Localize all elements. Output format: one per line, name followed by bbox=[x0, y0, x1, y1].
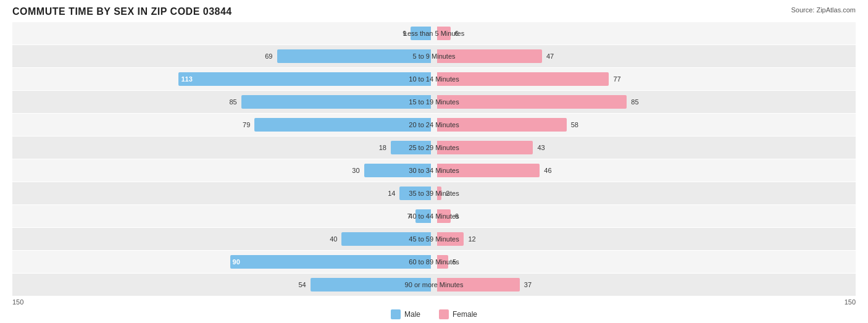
bar-row: 85 15 to 19 Minutes 85 bbox=[12, 91, 856, 113]
female-bar: 58 bbox=[437, 118, 567, 132]
right-section: 6 bbox=[434, 22, 856, 44]
right-section: 2 bbox=[434, 182, 856, 204]
bar-row: 54 90 or more Minutes 37 bbox=[12, 274, 856, 296]
bar-row: 69 5 to 9 Minutes 47 bbox=[12, 45, 856, 67]
male-value: 7 bbox=[407, 212, 411, 220]
male-value: 69 bbox=[265, 52, 272, 60]
axis-right: 150 bbox=[845, 298, 856, 306]
right-section: 6 bbox=[434, 205, 856, 227]
right-section: 47 bbox=[434, 45, 856, 67]
right-section: 43 bbox=[434, 136, 856, 159]
legend-male: Male bbox=[391, 309, 420, 319]
title-row: COMMUTE TIME BY SEX IN ZIP CODE 03844 So… bbox=[12, 6, 856, 17]
female-value: 85 bbox=[631, 98, 638, 106]
right-section: 85 bbox=[434, 91, 856, 113]
female-bar: 43 bbox=[437, 141, 533, 154]
bar-row: 9 Less than 5 Minutes 6 bbox=[12, 22, 856, 44]
right-section: 37 bbox=[434, 274, 856, 296]
male-bar: 30 bbox=[364, 164, 431, 177]
female-bar: 47 bbox=[437, 49, 542, 63]
male-value: 54 bbox=[299, 281, 306, 288]
female-bar: 85 bbox=[437, 95, 627, 109]
male-bar: 85 bbox=[241, 95, 431, 109]
chart-container: COMMUTE TIME BY SEX IN ZIP CODE 03844 So… bbox=[0, 0, 868, 323]
left-section: 40 bbox=[12, 228, 434, 250]
bar-row: 7 40 to 44 Minutes 6 bbox=[12, 205, 856, 227]
bar-row: 30 30 to 34 Minutes 46 bbox=[12, 159, 856, 182]
female-value: 5 bbox=[453, 258, 456, 266]
male-value: 14 bbox=[388, 190, 395, 197]
left-section: 69 bbox=[12, 45, 434, 67]
male-bar: 54 bbox=[311, 278, 431, 292]
axis-left: 150 bbox=[12, 298, 23, 306]
left-section: 9 bbox=[12, 22, 434, 44]
female-value: 12 bbox=[468, 235, 475, 243]
male-value: 9 bbox=[403, 30, 406, 37]
male-swatch bbox=[391, 309, 401, 319]
female-value: 58 bbox=[571, 121, 578, 128]
male-bar: 90 bbox=[230, 255, 431, 269]
chart-title: COMMUTE TIME BY SEX IN ZIP CODE 03844 bbox=[12, 6, 232, 17]
female-value: 6 bbox=[455, 212, 459, 220]
female-label: Female bbox=[453, 310, 477, 319]
female-value: 77 bbox=[613, 75, 620, 83]
bar-row: 79 20 to 24 Minutes 58 bbox=[12, 114, 856, 136]
female-bar: 77 bbox=[437, 72, 609, 86]
left-section: 90 bbox=[12, 251, 434, 273]
female-value: 2 bbox=[446, 190, 449, 197]
legend: Male Female bbox=[12, 309, 856, 319]
male-value: 113 bbox=[181, 75, 192, 83]
female-value: 46 bbox=[544, 167, 551, 174]
male-value: 18 bbox=[379, 144, 386, 151]
left-section: 30 bbox=[12, 159, 434, 182]
male-bar: 7 bbox=[415, 209, 431, 223]
female-swatch bbox=[439, 309, 449, 319]
female-bar: 37 bbox=[437, 278, 520, 292]
male-bar: 9 bbox=[411, 27, 431, 40]
male-label: Male bbox=[404, 310, 420, 319]
axis-row: 150 150 bbox=[12, 298, 856, 306]
female-bar: 6 bbox=[437, 27, 451, 40]
left-section: 54 bbox=[12, 274, 434, 296]
male-bar: 14 bbox=[399, 187, 431, 200]
left-section: 18 bbox=[12, 136, 434, 159]
male-bar: 69 bbox=[277, 49, 432, 63]
female-bar: 5 bbox=[437, 255, 448, 269]
bar-row: 90 60 to 89 Minutes 5 bbox=[12, 251, 856, 273]
male-bar: 18 bbox=[391, 141, 431, 154]
male-value: 30 bbox=[352, 167, 359, 174]
bar-row: 40 45 to 59 Minutes 12 bbox=[12, 228, 856, 250]
left-section: 7 bbox=[12, 205, 434, 227]
right-section: 58 bbox=[434, 114, 856, 136]
male-value: 85 bbox=[229, 98, 236, 106]
female-bar: 46 bbox=[437, 164, 540, 177]
female-bar: 2 bbox=[437, 187, 441, 200]
legend-female: Female bbox=[439, 309, 477, 319]
male-bar: 113 bbox=[178, 72, 431, 86]
female-value: 47 bbox=[546, 52, 554, 60]
right-section: 12 bbox=[434, 228, 856, 250]
left-section: 79 bbox=[12, 114, 434, 136]
female-value: 6 bbox=[455, 30, 459, 37]
male-value: 90 bbox=[233, 258, 240, 266]
left-section: 85 bbox=[12, 91, 434, 113]
female-bar: 6 bbox=[437, 209, 451, 223]
source-text: Source: ZipAtlas.com bbox=[791, 6, 856, 14]
right-section: 46 bbox=[434, 159, 856, 182]
left-section: 113 bbox=[12, 68, 434, 90]
left-section: 14 bbox=[12, 182, 434, 204]
chart-area: 9 Less than 5 Minutes 6 69 5 to 9 Minute… bbox=[12, 22, 856, 296]
female-bar: 12 bbox=[437, 232, 464, 246]
male-bar: 79 bbox=[254, 118, 431, 132]
bar-row: 14 35 to 39 Minutes 2 bbox=[12, 182, 856, 204]
female-value: 43 bbox=[537, 144, 545, 151]
right-section: 77 bbox=[434, 68, 856, 90]
male-bar: 40 bbox=[341, 232, 431, 246]
male-value: 40 bbox=[330, 235, 337, 243]
bar-row: 113 10 to 14 Minutes 77 bbox=[12, 68, 856, 90]
right-section: 5 bbox=[434, 251, 856, 273]
bar-row: 18 25 to 29 Minutes 43 bbox=[12, 136, 856, 159]
female-value: 37 bbox=[524, 281, 532, 288]
male-value: 79 bbox=[243, 121, 250, 128]
